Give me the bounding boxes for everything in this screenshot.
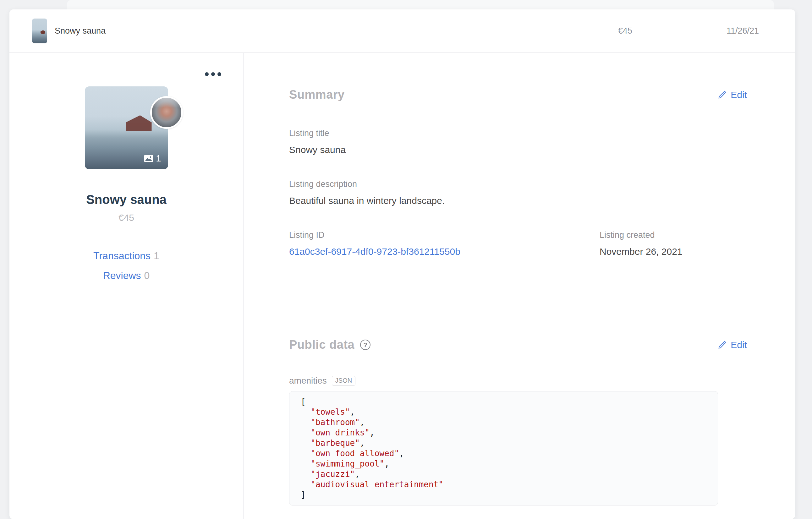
listing-header-title: Snowy sauna bbox=[55, 26, 106, 36]
listing-created-value: November 26, 2021 bbox=[600, 246, 747, 258]
listing-title-value: Snowy sauna bbox=[289, 144, 747, 156]
listing-detail-card: Snowy sauna €45 11/26/21 bbox=[9, 9, 795, 519]
public-data-edit-button[interactable]: Edit bbox=[718, 340, 747, 350]
amenities-json-value: [ "towels", "bathroom", "own_drinks", "b… bbox=[289, 391, 718, 506]
listing-main-content: Summary Edit Listing title Snowy sauna L… bbox=[243, 53, 795, 519]
public-data-heading: Public data bbox=[289, 338, 354, 351]
listing-created-label: Listing created bbox=[600, 230, 747, 240]
transactions-link[interactable]: Transactions1 bbox=[9, 250, 243, 262]
help-icon[interactable]: ? bbox=[360, 340, 371, 350]
public-data-edit-label: Edit bbox=[731, 340, 747, 350]
listing-thumbnail-image[interactable] bbox=[32, 19, 47, 44]
listing-image-wrap: 1 bbox=[85, 86, 168, 169]
more-options-button[interactable] bbox=[205, 72, 221, 76]
photo-icon bbox=[144, 155, 153, 162]
provider-avatar[interactable] bbox=[150, 96, 183, 129]
summary-section: Summary Edit Listing title Snowy sauna L… bbox=[243, 53, 795, 300]
listing-id-label: Listing ID bbox=[289, 230, 600, 240]
listing-header-price: €45 bbox=[618, 26, 632, 36]
summary-edit-label: Edit bbox=[731, 90, 747, 100]
pencil-icon bbox=[718, 340, 727, 350]
listing-id-link[interactable]: 61a0c3ef-6917-4df0-9723-bf361211550b bbox=[289, 246, 600, 258]
reviews-link-label: Reviews bbox=[103, 270, 141, 281]
summary-edit-button[interactable]: Edit bbox=[718, 90, 747, 100]
listing-sidebar: 1 Snowy sauna €45 Transactions1 Reviews0 bbox=[9, 53, 243, 519]
listing-id-field: Listing ID 61a0c3ef-6917-4df0-9723-bf361… bbox=[289, 230, 600, 258]
public-data-section: Public data ? Edit amenities JSON [ "tow… bbox=[243, 300, 795, 506]
photo-count-value: 1 bbox=[156, 153, 161, 164]
json-type-badge: JSON bbox=[332, 376, 355, 386]
amenities-label: amenities bbox=[289, 375, 327, 386]
dot-icon bbox=[211, 72, 215, 76]
pencil-icon bbox=[718, 90, 727, 99]
sidebar-listing-title: Snowy sauna bbox=[9, 193, 243, 207]
sidebar-listing-price: €45 bbox=[9, 212, 243, 223]
reviews-count: 0 bbox=[144, 270, 150, 281]
listing-description-field: Listing description Beautiful sauna in w… bbox=[289, 179, 747, 207]
listing-header-row[interactable]: Snowy sauna €45 11/26/21 bbox=[9, 9, 795, 53]
listing-cover-image[interactable]: 1 bbox=[85, 86, 168, 169]
listing-title-label: Listing title bbox=[289, 128, 747, 139]
dot-icon bbox=[205, 72, 209, 76]
background-page-edge bbox=[67, 0, 774, 11]
reviews-link[interactable]: Reviews0 bbox=[9, 270, 243, 282]
dot-icon bbox=[218, 72, 221, 76]
sidebar-links: Transactions1 Reviews0 bbox=[9, 250, 243, 282]
listing-created-field: Listing created November 26, 2021 bbox=[600, 230, 747, 258]
listing-header-date: 11/26/21 bbox=[727, 26, 759, 36]
listing-description-label: Listing description bbox=[289, 179, 747, 190]
listing-title-field: Listing title Snowy sauna bbox=[289, 128, 747, 156]
cabin-shape bbox=[126, 115, 152, 131]
transactions-link-label: Transactions bbox=[93, 250, 150, 261]
photo-count-badge: 1 bbox=[144, 153, 161, 164]
listing-description-value: Beautiful sauna in wintery landscape. bbox=[289, 195, 747, 207]
amenities-row: amenities JSON bbox=[289, 375, 747, 386]
transactions-count: 1 bbox=[154, 250, 159, 261]
page: { "header": { "title": "Snowy sauna", "p… bbox=[0, 0, 812, 519]
listing-id-created-row: Listing ID 61a0c3ef-6917-4df0-9723-bf361… bbox=[289, 230, 747, 258]
summary-heading: Summary bbox=[289, 88, 345, 102]
